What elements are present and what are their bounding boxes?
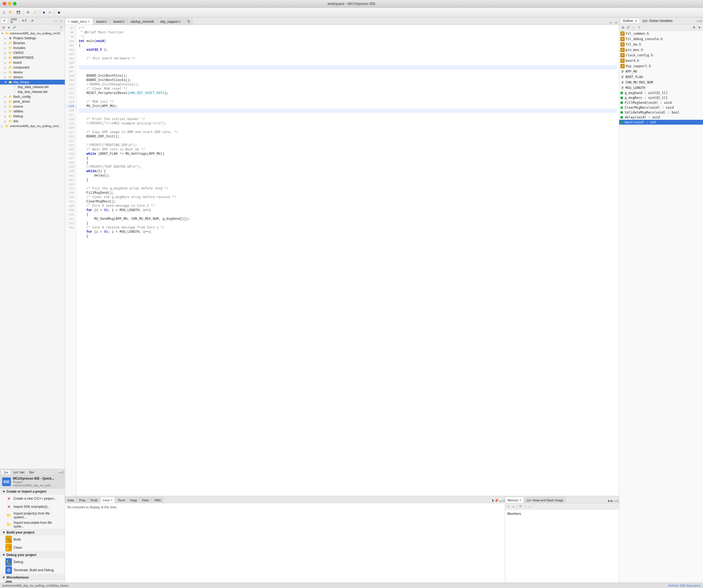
console-toolbar-pin[interactable]: 📌 bbox=[494, 499, 498, 502]
sidebar-minimize-btn[interactable]: — bbox=[53, 18, 58, 23]
tree-item-pmic[interactable]: ▷ 📁 pmic_driver bbox=[0, 99, 65, 104]
sidebar-toolbar-filter[interactable]: ▼ bbox=[6, 25, 11, 30]
toolbar-run[interactable]: ▷ bbox=[48, 10, 53, 15]
outline-star-btn[interactable]: ★ bbox=[697, 25, 702, 30]
editor-minimize-btn[interactable]: — bbox=[608, 20, 614, 25]
console-tab-cons-close[interactable]: ✕ bbox=[110, 499, 112, 502]
tree-item-binaries[interactable]: ▷ 📁 Binaries bbox=[0, 40, 65, 46]
tree-item-includes[interactable]: ▷ 📁 Includes bbox=[0, 46, 65, 51]
qs-section-misc-title[interactable]: ▼ Miscellaneous bbox=[0, 575, 65, 580]
outline-item-main[interactable]: main(void) : int bbox=[619, 120, 703, 124]
memory-remove-btn[interactable]: — bbox=[511, 504, 516, 509]
outline-item-fsl-common[interactable]: H fsl_common.h bbox=[619, 31, 703, 36]
editor-tab-main-close[interactable]: ✕ bbox=[88, 20, 90, 23]
qs-maximize-btn[interactable]: □ bbox=[62, 471, 64, 474]
sidebar-tab-functions[interactable]: ✦ F bbox=[19, 18, 29, 23]
outline-collapse-btn[interactable]: ⊟ bbox=[620, 25, 625, 30]
toolbar-build[interactable]: ⚙ bbox=[25, 10, 31, 15]
tree-item-dsp-text[interactable]: ▷ 📄 dsp_text_release.bin bbox=[0, 89, 65, 94]
qs-item-clean[interactable]: 🧹 Clean bbox=[0, 543, 65, 552]
minimize-button[interactable] bbox=[8, 2, 11, 5]
memory-ctrl-1[interactable]: ⊕ bbox=[608, 499, 610, 502]
outline-item-clearmsgrecv[interactable]: S ClearMsgRecv(void) : void bbox=[619, 105, 703, 110]
qs-item-create-cpp[interactable]: ✕ Create a new C/C++ project... bbox=[0, 495, 65, 503]
outline-link-btn[interactable]: 🔗 bbox=[626, 25, 631, 30]
tree-item-cmsis[interactable]: ▷ 📁 CMSIS bbox=[0, 51, 65, 55]
outline-item-validatemsgrecv[interactable]: ValidateMsgRecv(void) : bool bbox=[619, 110, 703, 115]
toolbar-open[interactable]: 📂 bbox=[7, 10, 14, 15]
memory-ctrl-2[interactable]: ⊗ bbox=[610, 499, 613, 502]
tree-item-board[interactable]: ▷ 📁 board bbox=[0, 60, 65, 65]
editor-tab-startup[interactable]: startup_mimxrt6 bbox=[128, 18, 157, 25]
console-minimize-btn[interactable]: — bbox=[499, 499, 502, 502]
memory-add-btn[interactable]: + bbox=[506, 504, 510, 509]
console-toolbar-scroll[interactable]: ⬇ bbox=[492, 499, 494, 502]
tree-item-root2[interactable]: ▷ 📁 evkmimxrt685_dsp_mu_polling_cm3... bbox=[0, 123, 65, 129]
editor-maximize-btn[interactable]: □ bbox=[614, 20, 619, 25]
outline-tab-outline[interactable]: Outline ✕ bbox=[620, 18, 640, 23]
code-content[interactable]: /*! * @brief Main function */ int main(v… bbox=[76, 25, 619, 496]
sidebar-tab-projects[interactable]: P bbox=[1, 18, 8, 23]
qs-item-edit-settings[interactable]: ⚙ Edit project settings bbox=[0, 580, 65, 583]
outline-item-g-msgsend[interactable]: g_msgSend : uint32_t[] bbox=[619, 90, 703, 95]
console-tab-termi[interactable]: Termi bbox=[115, 497, 127, 503]
sidebar-toolbar-menu[interactable]: ▽ bbox=[59, 25, 64, 30]
memory-minimize-btn[interactable]: — bbox=[613, 499, 616, 502]
console-tab-probl[interactable]: Probl bbox=[88, 497, 100, 503]
console-tab-debu[interactable]: Debu bbox=[140, 497, 152, 503]
outline-item-pin-mux[interactable]: H pin_mux.h bbox=[619, 47, 703, 53]
qs-section-debug-title[interactable]: ▼ Debug your project bbox=[0, 552, 65, 558]
toolbar-new[interactable]: ◻ bbox=[1, 10, 7, 15]
qs-item-debug[interactable]: 🐛 Debug bbox=[0, 558, 65, 566]
console-tab-imag[interactable]: Imag bbox=[128, 497, 139, 503]
memory-tab-memory[interactable]: Memory ✕ bbox=[505, 497, 524, 503]
qs-section-build-title[interactable]: ▼ Build your project bbox=[0, 529, 65, 535]
sidebar-tab-peripherals[interactable]: P bbox=[29, 19, 35, 23]
tree-item-component[interactable]: ▷ 📁 component bbox=[0, 65, 65, 70]
sidebar-toolbar-collapse[interactable]: ⊟ bbox=[1, 25, 6, 30]
outline-item-delay[interactable]: delay(void) : void bbox=[619, 115, 703, 120]
sidebar-tab-registers[interactable]: 1010R bbox=[8, 17, 19, 24]
outline-menu-btn[interactable]: ⚙ bbox=[692, 25, 697, 30]
outline-item-g-msgrecv[interactable]: g_msgRecv : uint32_t[] bbox=[619, 95, 703, 100]
window-controls[interactable] bbox=[3, 2, 16, 5]
memory-refresh-btn[interactable]: ↻ bbox=[518, 504, 523, 509]
toolbar-clean[interactable]: 🧹 bbox=[31, 10, 38, 15]
outline-tab-globals[interactable]: (x)= Global Variables bbox=[640, 18, 675, 23]
toolbar-debug[interactable]: ▶ bbox=[42, 10, 47, 15]
outline-tab-close[interactable]: ✕ bbox=[635, 19, 637, 22]
outline-item-board-h[interactable]: H board.h bbox=[619, 58, 703, 63]
status-refresh[interactable]: Refresh SDK Repository bbox=[668, 584, 701, 587]
outline-item-clock-config[interactable]: H clock_config.h bbox=[619, 53, 703, 58]
tree-item-flash-config[interactable]: ▷ 📁 flash_config bbox=[0, 94, 65, 99]
memory-tab-heap[interactable]: (x)= Heap and Stack Usage bbox=[524, 497, 566, 503]
qs-tab-variables[interactable]: (x)= Vari bbox=[11, 470, 26, 475]
outline-maximize-btn[interactable]: □ bbox=[700, 19, 702, 22]
editor-tab-board-c[interactable]: board.c bbox=[93, 18, 110, 25]
memory-export-btn[interactable]: ↑ bbox=[523, 504, 527, 509]
close-button[interactable] bbox=[3, 2, 6, 5]
outline-minimize-btn[interactable]: — bbox=[697, 19, 699, 22]
tree-item-debug[interactable]: ▷ 📁 Debug bbox=[0, 114, 65, 119]
outline-sort-btn[interactable]: ↕ bbox=[631, 25, 636, 30]
qs-item-import-sdk[interactable]: ✕ Import SDK example(s)... bbox=[0, 503, 65, 511]
outline-item-fsl-debug[interactable]: H fsl_debug_console.h bbox=[619, 36, 703, 42]
editor-tab-dsp[interactable]: dsp_support.c bbox=[157, 18, 183, 25]
outline-item-app-mu[interactable]: # APP_MU bbox=[619, 69, 703, 74]
maximize-button[interactable] bbox=[13, 2, 16, 5]
toolbar-save[interactable]: 💾 bbox=[15, 10, 22, 15]
console-tab-insta[interactable]: Insta bbox=[65, 497, 76, 503]
qs-item-import-fs[interactable]: 📁 Import project(s) from file system... bbox=[0, 511, 65, 520]
tree-item-dsp-data[interactable]: ▷ 📄 dsp_data_release.bin bbox=[0, 85, 65, 89]
tree-item-device[interactable]: ▷ 📁 device bbox=[0, 70, 65, 75]
memory-tab-close[interactable]: ✕ bbox=[519, 499, 522, 502]
tree-item-utilities[interactable]: ▷ 📁 utilities bbox=[0, 109, 65, 114]
memory-import-btn[interactable]: ↓ bbox=[528, 504, 532, 509]
editor-tab-board-h[interactable]: board.h bbox=[110, 18, 127, 25]
qs-tab-breakpoints[interactable]: Bre bbox=[27, 470, 36, 475]
tree-item-drivers[interactable]: ▷ 📁 drivers bbox=[0, 75, 65, 80]
tree-item-settings[interactable]: ▷ ⚙ Project Settings bbox=[0, 36, 65, 40]
tree-item-dsp-binary[interactable]: ▼ 📁 dsp_binary bbox=[0, 80, 65, 85]
editor-tab-overflow[interactable]: "2 bbox=[184, 18, 193, 25]
memory-maximize-btn[interactable]: □ bbox=[617, 499, 618, 502]
